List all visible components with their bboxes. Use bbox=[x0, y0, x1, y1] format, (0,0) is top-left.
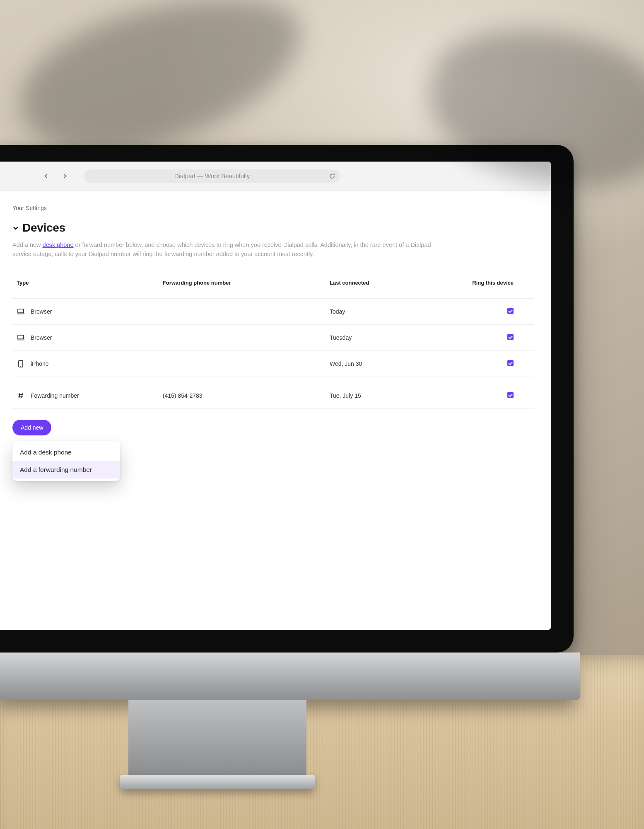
add-new-menu: Add a desk phone Add a forwarding number bbox=[12, 441, 120, 481]
devices-table: Type Forwarding phone number Last connec… bbox=[12, 280, 534, 409]
last-connected: Tuesday bbox=[326, 324, 456, 350]
breadcrumb: Your Settings bbox=[12, 205, 534, 211]
chevron-down-icon bbox=[12, 225, 19, 231]
browser-chrome: Dialpad — Work Beautifully bbox=[0, 162, 551, 191]
monitor-stand bbox=[128, 700, 306, 775]
forwarding-number: (415) 854-2783 bbox=[159, 383, 326, 409]
device-type: Fowarding number bbox=[31, 392, 79, 399]
settings-page: Your Settings Devices Add a new desk pho… bbox=[0, 191, 551, 630]
monitor: Dialpad — Work Beautifully Your Settings… bbox=[0, 145, 574, 653]
address-bar[interactable]: Dialpad — Work Beautifully bbox=[84, 169, 340, 183]
forwarding-number bbox=[159, 298, 326, 324]
table-row: BrowserToday bbox=[12, 298, 534, 324]
ring-checkbox[interactable] bbox=[507, 392, 514, 398]
device-type: Browser bbox=[31, 334, 52, 341]
desk-phone-link[interactable]: desk phone bbox=[43, 242, 74, 248]
last-connected: Today bbox=[326, 298, 456, 324]
table-row: iPhoneWed, Jun 30 bbox=[12, 350, 534, 377]
nav-back-button[interactable] bbox=[41, 171, 51, 181]
table-row: Fowarding number(415) 854-2783Tue, July … bbox=[12, 383, 534, 409]
col-forwarding: Forwarding phone number bbox=[159, 280, 326, 299]
ring-checkbox[interactable] bbox=[507, 360, 514, 366]
ring-checkbox[interactable] bbox=[507, 308, 514, 314]
monitor-chin bbox=[0, 653, 580, 700]
col-ring: Ring this device bbox=[456, 280, 534, 299]
table-row: BrowserTuesday bbox=[12, 324, 534, 350]
svg-rect-2 bbox=[18, 335, 24, 339]
svg-line-8 bbox=[19, 393, 20, 398]
section-title: Devices bbox=[22, 221, 65, 234]
forwarding-number bbox=[159, 350, 326, 377]
screen: Dialpad — Work Beautifully Your Settings… bbox=[0, 162, 551, 630]
last-connected: Wed, Jun 30 bbox=[326, 350, 456, 377]
last-connected: Tue, July 15 bbox=[326, 383, 456, 409]
col-last: Last connected bbox=[326, 280, 456, 299]
svg-line-9 bbox=[22, 393, 22, 398]
laptop-icon bbox=[17, 308, 25, 315]
device-type: Browser bbox=[31, 308, 52, 315]
forwarding-number bbox=[159, 324, 326, 350]
section-description: Add a new desk phone or forward number b… bbox=[12, 240, 451, 259]
menu-add-forwarding-number[interactable]: Add a forwarding number bbox=[12, 461, 120, 479]
phone-icon bbox=[17, 360, 25, 367]
ring-checkbox[interactable] bbox=[507, 334, 514, 340]
col-type: Type bbox=[12, 280, 159, 299]
scene: Dialpad — Work Beautifully Your Settings… bbox=[0, 0, 644, 829]
hash-icon bbox=[17, 392, 25, 399]
nav-forward-button[interactable] bbox=[60, 171, 70, 181]
svg-rect-0 bbox=[18, 309, 24, 313]
section-header[interactable]: Devices bbox=[12, 221, 534, 234]
laptop-icon bbox=[17, 334, 25, 341]
monitor-foot bbox=[120, 775, 315, 789]
menu-add-desk-phone[interactable]: Add a desk phone bbox=[12, 444, 120, 461]
add-new-button[interactable]: Add new bbox=[12, 420, 51, 435]
device-type: iPhone bbox=[31, 360, 49, 367]
address-bar-title: Dialpad — Work Beautifully bbox=[174, 172, 250, 179]
reload-icon[interactable] bbox=[329, 173, 335, 179]
